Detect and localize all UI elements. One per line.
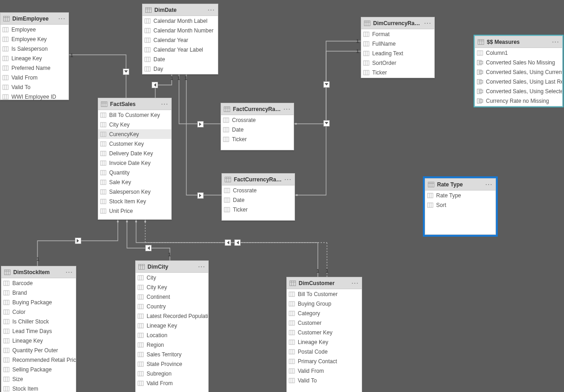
- more-icon[interactable]: ···: [552, 39, 559, 45]
- table-factSales[interactable]: FactSales···Bill To Customer KeyCity Key…: [98, 98, 172, 220]
- field-row[interactable]: Converted Sales No Missing: [475, 58, 562, 67]
- field-row[interactable]: Employee: [0, 25, 69, 34]
- field-row[interactable]: Location: [136, 330, 208, 340]
- field-row[interactable]: Format: [361, 29, 434, 39]
- field-row[interactable]: Country: [136, 302, 208, 311]
- field-row[interactable]: Bill To Customer Key: [98, 110, 171, 120]
- more-icon[interactable]: ···: [284, 106, 291, 112]
- more-icon[interactable]: ···: [485, 181, 493, 188]
- model-canvas[interactable]: DimEmployee···EmployeeEmployee KeyIs Sal…: [0, 0, 564, 392]
- field-row[interactable]: Ticker: [221, 134, 294, 144]
- field-row[interactable]: Category: [287, 308, 362, 318]
- more-icon[interactable]: ···: [58, 16, 66, 22]
- field-row[interactable]: Valid From: [0, 73, 69, 82]
- table-header[interactable]: DimEmployee···: [0, 13, 69, 25]
- more-icon[interactable]: ···: [352, 280, 359, 286]
- table-factCurrencyRates[interactable]: FactCurrencyRates···CrossrateDateTicker: [221, 103, 294, 150]
- field-row[interactable]: Preferred Name: [0, 63, 69, 73]
- field-row[interactable]: Continent: [136, 292, 208, 302]
- field-row[interactable]: Is Chiller Stock: [1, 317, 76, 326]
- field-row[interactable]: CurencyKey: [98, 129, 171, 139]
- field-row[interactable]: Color: [1, 307, 76, 317]
- field-row[interactable]: Primary Contact: [287, 356, 362, 366]
- field-row[interactable]: Column1: [475, 48, 562, 58]
- field-row[interactable]: Leading Text: [361, 48, 434, 58]
- field-row[interactable]: Converted Sales, Using Last Rep...: [475, 77, 562, 86]
- table-factCurrencyRates2[interactable]: FactCurrencyRates...···CrossrateDateTick…: [221, 173, 295, 221]
- field-row[interactable]: Size: [1, 374, 76, 384]
- field-row[interactable]: Customer: [287, 318, 362, 328]
- more-icon[interactable]: ···: [285, 176, 292, 183]
- more-icon[interactable]: ···: [424, 20, 432, 26]
- more-icon[interactable]: ···: [208, 7, 215, 13]
- more-icon[interactable]: ···: [198, 264, 206, 270]
- field-row[interactable]: Barcode: [1, 278, 76, 288]
- table-header[interactable]: DimDate···: [142, 4, 218, 16]
- field-row[interactable]: Bill To Customer: [287, 289, 362, 299]
- field-row[interactable]: Employee Key: [0, 34, 69, 44]
- field-row[interactable]: Crossrate: [222, 185, 295, 195]
- field-row[interactable]: Day: [142, 64, 218, 74]
- table-header[interactable]: $$ Measures···: [475, 36, 562, 48]
- table-header[interactable]: DimCurrencyRates···: [361, 17, 434, 29]
- table-dimCity[interactable]: DimCity···CityCity KeyContinentCountryLa…: [135, 260, 209, 392]
- table-header[interactable]: DimStockItem···: [1, 266, 76, 278]
- field-row[interactable]: Valid From: [287, 366, 362, 376]
- field-row[interactable]: Sales Territory: [136, 350, 208, 359]
- table-dimCurrencyRates[interactable]: DimCurrencyRates···FormatFullNameLeading…: [361, 17, 435, 78]
- field-row[interactable]: Lineage Key: [0, 53, 69, 63]
- field-row[interactable]: Buying Group: [287, 299, 362, 308]
- field-row[interactable]: Ticker: [222, 205, 295, 214]
- field-row[interactable]: Converted Sales, Using Selected...: [475, 86, 562, 96]
- field-row[interactable]: Lead Time Days: [1, 326, 76, 336]
- field-row[interactable]: Selling Package: [1, 365, 76, 374]
- table-header[interactable]: DimCustomer···: [287, 277, 362, 289]
- field-row[interactable]: Valid To: [0, 82, 69, 92]
- field-row[interactable]: Currency Rate no Missing: [475, 96, 562, 106]
- field-row[interactable]: Valid From: [136, 378, 208, 388]
- field-row[interactable]: Region: [136, 340, 208, 350]
- field-row[interactable]: Converted Sales, Using Current ...: [475, 67, 562, 77]
- field-row[interactable]: Unit Price: [98, 206, 171, 216]
- field-row[interactable]: Rate Type: [425, 191, 495, 200]
- field-row[interactable]: Stock Item: [1, 384, 76, 392]
- field-row[interactable]: Delivery Date Key: [98, 148, 171, 158]
- field-row[interactable]: Calendar Year: [142, 35, 218, 45]
- table-dimStockItem[interactable]: DimStockItem···BarcodeBrandBuying Packag…: [1, 266, 76, 392]
- field-row[interactable]: City: [136, 273, 208, 282]
- field-row[interactable]: Lineage Key: [1, 336, 76, 345]
- field-row[interactable]: Crossrate: [221, 115, 294, 125]
- field-row[interactable]: Recommended Retail Price: [1, 355, 76, 365]
- field-row[interactable]: Invoice Date Key: [98, 158, 171, 168]
- field-row[interactable]: Valid To: [287, 376, 362, 385]
- field-row[interactable]: Calendar Year Label: [142, 45, 218, 54]
- field-row[interactable]: Latest Recorded Populati...: [136, 311, 208, 321]
- table-rateType[interactable]: Rate Type···Rate TypeSort: [425, 178, 496, 235]
- field-row[interactable]: Quantity Per Outer: [1, 345, 76, 355]
- field-row[interactable]: Is Salesperson: [0, 44, 69, 53]
- field-row[interactable]: Subregion: [136, 369, 208, 378]
- field-row[interactable]: Calendar Month Number: [142, 26, 218, 35]
- field-row[interactable]: Sort: [425, 200, 495, 210]
- table-header[interactable]: DimCity···: [136, 261, 208, 273]
- field-row[interactable]: FullName: [361, 39, 434, 48]
- field-row[interactable]: Sale Key: [98, 177, 171, 187]
- field-row[interactable]: Date: [221, 125, 294, 134]
- field-row[interactable]: State Province: [136, 359, 208, 369]
- field-row[interactable]: Customer Key: [98, 139, 171, 148]
- field-row[interactable]: Ticker: [361, 68, 434, 77]
- table-measures[interactable]: $$ Measures···Column1Converted Sales No …: [474, 36, 563, 106]
- table-header[interactable]: FactCurrencyRates...···: [222, 174, 295, 185]
- field-row[interactable]: Brand: [1, 288, 76, 297]
- field-row[interactable]: Date: [222, 195, 295, 205]
- field-row[interactable]: Lineage Key: [136, 321, 208, 330]
- table-header[interactable]: FactSales···: [98, 98, 171, 110]
- field-row[interactable]: Postal Code: [287, 347, 362, 356]
- table-header[interactable]: FactCurrencyRates···: [221, 103, 294, 115]
- field-row[interactable]: Lineage Key: [287, 337, 362, 347]
- table-dimEmployee[interactable]: DimEmployee···EmployeeEmployee KeyIs Sal…: [0, 12, 69, 100]
- field-row[interactable]: Quantity: [98, 168, 171, 177]
- field-row[interactable]: Salesperson Key: [98, 187, 171, 196]
- field-row[interactable]: Calendar Month Label: [142, 16, 218, 26]
- field-row[interactable]: Stock Item Key: [98, 196, 171, 206]
